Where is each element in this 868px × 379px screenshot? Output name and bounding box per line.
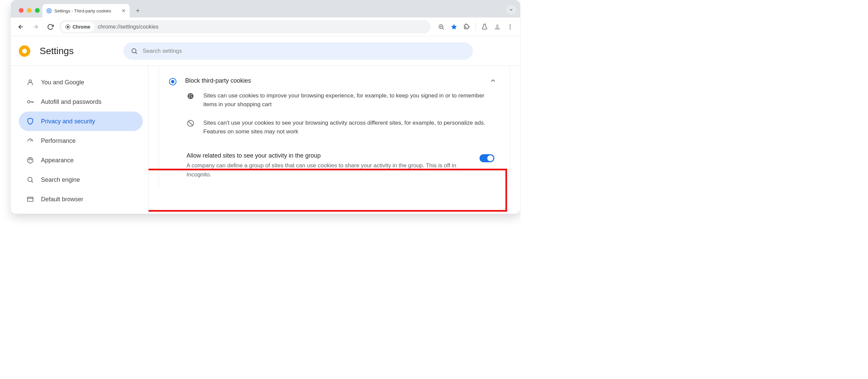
toolbar: Chrome chrome://settings/cookies xyxy=(11,18,520,36)
sidebar-item-label: You and Google xyxy=(41,79,84,86)
cookies-panel: Block third-party cookies Sites can use … xyxy=(159,66,510,188)
sub-blocked: Sites can't use your cookies to see your… xyxy=(159,116,510,143)
svg-line-28 xyxy=(32,181,33,183)
sidebar-item-label: Search engine xyxy=(41,177,80,184)
window-icon xyxy=(26,195,34,203)
sidebar: You and Google Autofill and passwords Pr… xyxy=(11,66,149,214)
sidebar-item-appearance[interactable]: Appearance xyxy=(19,151,143,170)
shield-icon xyxy=(26,118,34,125)
search-icon xyxy=(131,48,138,55)
svg-point-17 xyxy=(29,80,31,82)
svg-point-35 xyxy=(189,97,190,98)
sub-text: Sites can use cookies to improve your br… xyxy=(203,91,498,109)
search-settings-input[interactable] xyxy=(143,48,465,55)
chevron-up-icon[interactable] xyxy=(490,77,496,84)
svg-point-0 xyxy=(49,10,50,11)
block-icon xyxy=(186,119,195,136)
menu-icon[interactable] xyxy=(504,21,516,33)
site-chip-label: Chrome xyxy=(72,24,90,30)
chrome-logo-icon xyxy=(65,24,70,30)
zoom-icon[interactable] xyxy=(435,21,447,33)
toggle-title: Allow related sites to see your activity… xyxy=(186,152,473,159)
allow-related-sites-row: Allow related sites to see your activity… xyxy=(159,143,510,188)
main-panel: Block third-party cookies Sites can use … xyxy=(149,66,520,214)
palette-icon xyxy=(26,157,34,164)
person-icon xyxy=(26,78,34,86)
sidebar-item-privacy[interactable]: Privacy and security xyxy=(19,112,143,131)
svg-point-24 xyxy=(29,159,29,160)
search-icon xyxy=(26,176,34,184)
key-icon xyxy=(26,98,34,105)
svg-point-25 xyxy=(30,159,31,159)
svg-point-26 xyxy=(31,159,32,160)
cookie-icon xyxy=(186,92,195,109)
body: You and Google Autofill and passwords Pr… xyxy=(11,66,520,214)
toolbar-right xyxy=(435,21,516,33)
tab-bar: Settings - Third-party cookies ✕ + xyxy=(11,0,520,18)
sub-allowed: Sites can use cookies to improve your br… xyxy=(159,89,510,116)
allow-related-sites-toggle[interactable] xyxy=(479,154,494,162)
svg-line-22 xyxy=(30,140,32,141)
svg-point-14 xyxy=(509,28,510,29)
close-window-button[interactable] xyxy=(19,8,24,13)
sidebar-item-search-engine[interactable]: Search engine xyxy=(19,170,143,189)
svg-line-16 xyxy=(136,53,137,54)
profile-icon[interactable] xyxy=(491,21,503,33)
svg-point-33 xyxy=(191,94,192,95)
svg-point-13 xyxy=(509,26,510,27)
chrome-logo-icon xyxy=(19,45,30,57)
svg-point-31 xyxy=(187,93,193,99)
sidebar-item-label: Appearance xyxy=(41,157,73,164)
sidebar-item-label: Privacy and security xyxy=(41,118,95,125)
speedometer-icon xyxy=(26,137,34,145)
sidebar-item-label: Autofill and passwords xyxy=(41,98,101,105)
svg-point-12 xyxy=(509,24,510,25)
url-text: chrome://settings/cookies xyxy=(98,24,159,30)
svg-point-4 xyxy=(67,26,68,28)
sidebar-item-performance[interactable]: Performance xyxy=(19,131,143,151)
address-bar[interactable]: Chrome chrome://settings/cookies xyxy=(59,20,431,34)
sidebar-item-label: Default browser xyxy=(41,196,83,203)
sub-text: Sites can't use your cookies to see your… xyxy=(203,119,498,136)
svg-point-18 xyxy=(28,100,30,103)
site-chip[interactable]: Chrome xyxy=(61,22,94,32)
maximize-window-button[interactable] xyxy=(35,8,40,13)
back-button[interactable] xyxy=(15,21,27,33)
settings-header: Settings xyxy=(11,36,520,66)
minimize-window-button[interactable] xyxy=(27,8,32,13)
radio-selected-icon[interactable] xyxy=(169,78,177,85)
bookmark-icon[interactable] xyxy=(448,21,460,33)
sidebar-item-you-and-google[interactable]: You and Google xyxy=(19,72,143,92)
row-title: Block third-party cookies xyxy=(185,77,251,84)
svg-line-37 xyxy=(188,121,193,125)
browser-tab[interactable]: Settings - Third-party cookies ✕ xyxy=(42,4,130,18)
svg-point-15 xyxy=(132,49,136,53)
svg-line-6 xyxy=(442,28,444,29)
separator xyxy=(475,23,476,31)
gear-icon xyxy=(46,8,52,13)
labs-icon[interactable] xyxy=(478,21,491,33)
sidebar-item-label: Performance xyxy=(41,137,75,145)
new-tab-button[interactable]: + xyxy=(132,5,143,16)
svg-point-34 xyxy=(191,96,192,97)
search-settings[interactable] xyxy=(123,42,473,60)
svg-marker-9 xyxy=(451,24,457,29)
forward-button[interactable] xyxy=(30,21,42,33)
window-controls xyxy=(16,8,42,18)
reload-button[interactable] xyxy=(44,21,57,33)
close-tab-icon[interactable]: ✕ xyxy=(122,8,126,13)
browser-window: Settings - Third-party cookies ✕ + Chrom… xyxy=(11,0,520,214)
svg-point-32 xyxy=(189,95,190,96)
page-title: Settings xyxy=(40,46,73,57)
sidebar-item-autofill[interactable]: Autofill and passwords xyxy=(19,92,143,112)
tabs-overflow-button[interactable] xyxy=(506,5,516,15)
extensions-icon[interactable] xyxy=(461,21,473,33)
page-content: Settings You and Google Autofill xyxy=(11,36,520,214)
block-third-party-row[interactable]: Block third-party cookies xyxy=(159,74,510,89)
tab-title: Settings - Third-party cookies xyxy=(55,8,111,13)
toggle-desc: A company can define a group of sites th… xyxy=(186,161,473,179)
svg-point-11 xyxy=(496,24,498,27)
sidebar-item-default-browser[interactable]: Default browser xyxy=(19,189,143,209)
svg-point-27 xyxy=(28,178,32,182)
svg-rect-29 xyxy=(28,197,33,201)
